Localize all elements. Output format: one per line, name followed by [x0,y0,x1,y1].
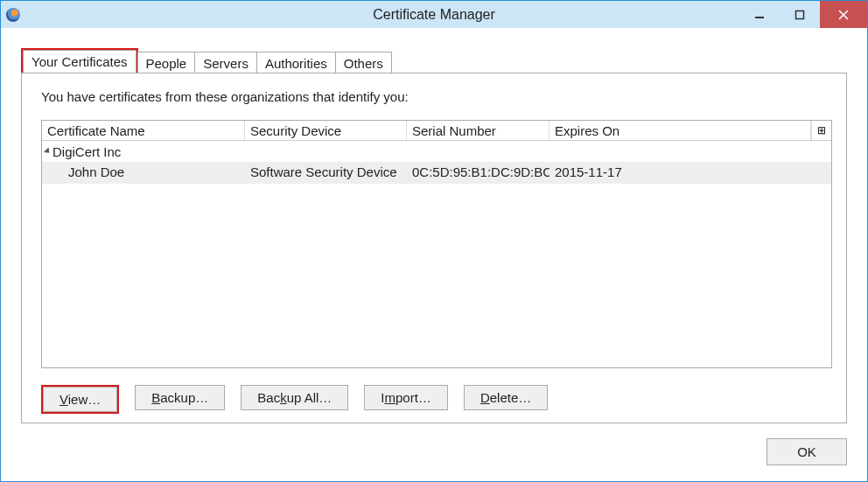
tab-your-certificates[interactable]: Your Certificates [23,50,136,73]
maximize-icon [794,10,805,20]
dialog-window: Certificate Manager Your Certificates Pe… [0,0,868,482]
action-button-row: View… Backup… Backup All… Import… Delete… [41,385,548,414]
col-header-serial[interactable]: Serial Number [407,121,550,140]
col-header-expires[interactable]: Expires On [550,121,811,140]
tab-authorities[interactable]: Authorities [256,52,336,75]
certificate-tree[interactable]: Certificate Name Security Device Serial … [41,120,832,368]
highlight-view-button: View… [41,385,119,414]
tab-panel: You have certificates from these organiz… [21,73,847,423]
close-icon [838,10,849,20]
maximize-button[interactable] [780,1,820,28]
close-button[interactable] [820,1,867,28]
disclosure-triangle-icon [44,147,52,155]
client-area: Your Certificates People Servers Authori… [1,29,867,481]
tree-group-row[interactable]: DigiCert Inc [42,141,831,162]
highlight-your-certificates-tab: Your Certificates [21,48,138,75]
ok-button[interactable]: OK [766,438,847,465]
group-label: DigiCert Inc [52,144,121,159]
tab-others[interactable]: Others [335,52,392,75]
window-controls [739,1,867,28]
firefox-icon [6,8,20,22]
backup-button[interactable]: Backup… [135,385,225,410]
backup-all-button[interactable]: Backup All… [241,385,348,410]
tab-strip: Your Certificates People Servers Authori… [21,48,867,75]
tab-servers[interactable]: Servers [194,52,257,75]
cell-name: John Doe [42,162,245,184]
tree-body: DigiCert Inc John Doe Software Security … [42,141,831,184]
column-picker-button[interactable]: ⊞ [811,121,831,140]
cell-serial: 0C:5D:95:B1:DC:9D:BC:... [407,162,550,184]
tree-header: Certificate Name Security Device Serial … [42,121,831,141]
titlebar: Certificate Manager [1,1,867,28]
cell-device: Software Security Device [245,162,407,184]
svg-rect-1 [796,10,804,18]
col-header-name[interactable]: Certificate Name [42,121,245,140]
tree-row[interactable]: John Doe Software Security Device 0C:5D:… [42,162,831,184]
view-button[interactable]: View… [43,387,117,412]
intro-text: You have certificates from these organiz… [41,89,832,104]
tab-people[interactable]: People [137,52,196,75]
cell-expires: 2015-11-17 [550,162,831,184]
col-header-device[interactable]: Security Device [245,121,407,140]
minimize-button[interactable] [739,1,780,28]
dialog-footer: OK [766,438,847,465]
minimize-icon [754,10,765,20]
delete-button[interactable]: Delete… [464,385,548,410]
import-button[interactable]: Import… [364,385,448,410]
window-title: Certificate Manager [1,7,867,23]
